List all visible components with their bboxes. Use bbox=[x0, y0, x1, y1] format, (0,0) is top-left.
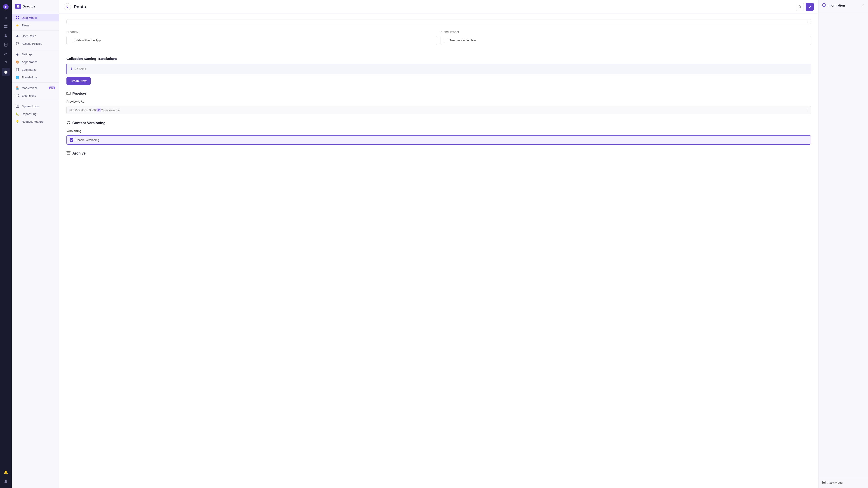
close-panel-button[interactable]: ✕ bbox=[862, 3, 864, 8]
archive-title-text: Archive bbox=[72, 151, 86, 156]
sidebar-label-translations: Translations bbox=[22, 76, 37, 79]
svg-rect-3 bbox=[4, 27, 6, 28]
rail-users-icon[interactable] bbox=[2, 32, 10, 40]
sidebar-label-data-model: Data Model bbox=[22, 16, 37, 20]
singleton-card-label: Treat as single object bbox=[450, 39, 477, 42]
singleton-card[interactable]: Treat as single object bbox=[440, 36, 811, 45]
panel-info-icon bbox=[822, 3, 826, 8]
versioning-group: Content Versioning Versioning Enable Ver… bbox=[66, 121, 811, 144]
rail-collections-icon[interactable] bbox=[2, 23, 10, 31]
versioning-sub-label: Versioning bbox=[66, 129, 811, 133]
data-model-icon bbox=[16, 15, 20, 20]
svg-rect-18 bbox=[16, 95, 18, 96]
sidebar-nav: Data Model ⚡ Flows User Roles Access Pol… bbox=[12, 12, 59, 488]
sidebar-label-access-policies: Access Policies bbox=[22, 42, 42, 45]
singleton-label: Singleton bbox=[440, 31, 811, 34]
sidebar-divider-2 bbox=[12, 49, 59, 49]
svg-rect-14 bbox=[18, 18, 19, 19]
create-new-button[interactable]: Create New bbox=[66, 77, 91, 85]
sidebar-divider-4 bbox=[12, 101, 59, 101]
user-roles-icon bbox=[16, 34, 20, 38]
sidebar-item-system-logs[interactable]: System Logs bbox=[12, 102, 59, 110]
sidebar-item-flows[interactable]: ⚡ Flows bbox=[12, 22, 59, 29]
svg-point-9 bbox=[5, 480, 6, 481]
content-area: + Hidden Hide within the App Singleton T… bbox=[59, 14, 818, 488]
enable-versioning-checkbox[interactable] bbox=[70, 138, 73, 142]
icon-rail: ⌂ ? 🔔 bbox=[0, 0, 12, 488]
delete-button[interactable] bbox=[796, 3, 804, 11]
hide-within-app-checkbox[interactable] bbox=[70, 39, 73, 42]
sidebar-item-user-roles[interactable]: User Roles bbox=[12, 32, 59, 40]
rail-profile-icon[interactable] bbox=[2, 477, 10, 485]
sidebar-item-data-model[interactable]: Data Model bbox=[12, 14, 59, 22]
name-input[interactable]: + bbox=[66, 19, 811, 24]
svg-rect-12 bbox=[18, 16, 19, 18]
svg-rect-13 bbox=[16, 18, 17, 19]
right-panel-title: Information bbox=[828, 4, 845, 7]
translations-group: Collection Naming Translations ℹ No item… bbox=[66, 57, 811, 85]
singleton-checkbox[interactable] bbox=[444, 39, 447, 42]
hide-within-app-card[interactable]: Hide within the App bbox=[66, 36, 437, 45]
sidebar-item-settings[interactable]: Settings bbox=[12, 51, 59, 58]
back-button[interactable] bbox=[64, 3, 71, 10]
confirm-button[interactable] bbox=[806, 3, 814, 11]
preview-url-box[interactable]: http://localhost:3000/ID?preview=true + bbox=[66, 106, 811, 114]
request-feature-icon: 💡 bbox=[16, 120, 20, 124]
sidebar-item-report-bug[interactable]: 🐛 Report Bug bbox=[12, 110, 59, 118]
sidebar-label-request-feature: Request Feature bbox=[22, 120, 43, 123]
url-suffix: ?preview=true bbox=[101, 108, 120, 112]
preview-url-label: Preview URL bbox=[66, 100, 811, 103]
no-items-text: No items bbox=[74, 67, 86, 71]
rail-files-icon[interactable] bbox=[2, 41, 10, 49]
rail-docs-icon[interactable]: ? bbox=[2, 59, 10, 67]
rail-notifications-icon[interactable]: 🔔 bbox=[2, 468, 10, 476]
archive-title: Archive bbox=[66, 151, 811, 156]
add-field-icon[interactable]: + bbox=[807, 20, 809, 24]
sidebar: Directus Data Model ⚡ Flows User Roles A… bbox=[12, 0, 59, 488]
sidebar-item-appearance[interactable]: 🎨 Appearance bbox=[12, 58, 59, 66]
app-logo[interactable] bbox=[2, 3, 10, 11]
archive-group: Archive bbox=[66, 151, 811, 156]
translations-icon: 🌐 bbox=[16, 75, 20, 79]
activity-log-footer[interactable]: Activity Log bbox=[818, 477, 868, 488]
access-policies-icon bbox=[16, 41, 20, 46]
translations-header: Collection Naming Translations bbox=[66, 57, 811, 61]
sidebar-item-access-policies[interactable]: Access Policies bbox=[12, 40, 59, 47]
sidebar-divider-3 bbox=[12, 83, 59, 83]
report-bug-icon: 🐛 bbox=[16, 112, 20, 116]
sidebar-item-request-feature[interactable]: 💡 Request Feature bbox=[12, 118, 59, 125]
versioning-icon bbox=[66, 121, 70, 126]
singleton-field-group: Singleton Treat as single object bbox=[440, 31, 811, 45]
flows-icon: ⚡ bbox=[16, 23, 20, 27]
enable-versioning-card[interactable]: Enable Versioning bbox=[66, 135, 811, 144]
marketplace-badge: Beta bbox=[49, 87, 55, 89]
sidebar-label-appearance: Appearance bbox=[22, 60, 37, 64]
sidebar-logo bbox=[16, 4, 21, 9]
sidebar-item-extensions[interactable]: Extensions bbox=[12, 92, 59, 99]
sidebar-item-marketplace[interactable]: 🏪 Marketplace Beta bbox=[12, 84, 59, 92]
enable-versioning-label: Enable Versioning bbox=[75, 138, 99, 142]
rail-home-icon[interactable]: ⌂ bbox=[2, 13, 10, 22]
sidebar-title: Directus bbox=[23, 4, 35, 8]
sidebar-label-flows: Flows bbox=[22, 24, 29, 27]
rail-settings-icon[interactable] bbox=[2, 68, 10, 76]
versioning-title-text: Content Versioning bbox=[72, 121, 105, 125]
rail-insights-icon[interactable] bbox=[2, 50, 10, 58]
name-field-group: + bbox=[66, 19, 811, 24]
sidebar-item-translations[interactable]: 🌐 Translations bbox=[12, 73, 59, 81]
sidebar-label-settings: Settings bbox=[22, 53, 32, 56]
url-add-icon[interactable]: + bbox=[806, 108, 808, 112]
right-panel-header: Information ✕ bbox=[818, 0, 868, 11]
url-id-part: ID bbox=[96, 108, 101, 112]
preview-group: Preview Preview URL http://localhost:300… bbox=[66, 91, 811, 114]
preview-url-text: http://localhost:3000/ID?preview=true bbox=[69, 108, 120, 112]
sidebar-item-bookmarks[interactable]: Bookmarks bbox=[12, 66, 59, 73]
page-title: Posts bbox=[74, 4, 86, 9]
svg-rect-23 bbox=[799, 6, 801, 8]
sidebar-label-user-roles: User Roles bbox=[22, 34, 36, 38]
sidebar-label-extensions: Extensions bbox=[22, 94, 36, 97]
preview-title: Preview bbox=[66, 91, 811, 96]
preview-title-text: Preview bbox=[72, 92, 86, 96]
svg-rect-4 bbox=[6, 27, 7, 28]
sidebar-header: Directus bbox=[12, 0, 59, 12]
